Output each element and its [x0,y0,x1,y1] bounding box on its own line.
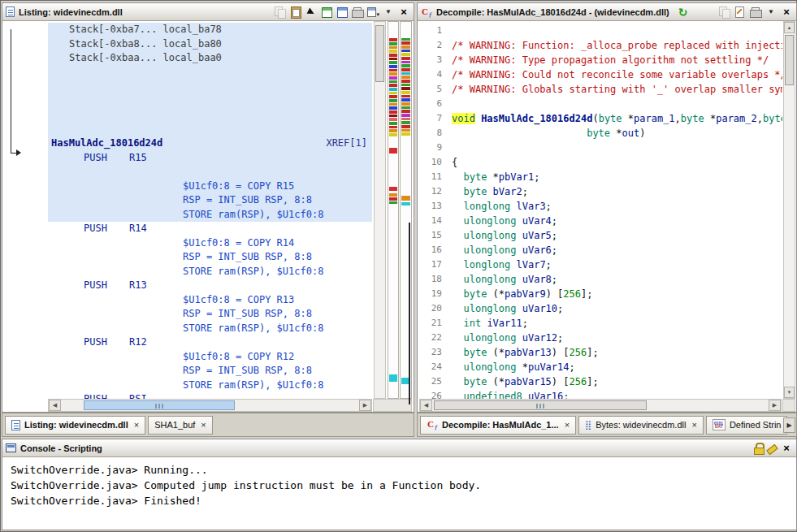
listing-content[interactable]: Stack[-0xba7... local_ba78Stack[-0xba8..… [48,21,372,399]
overview-marker[interactable] [401,91,410,94]
lock-icon[interactable] [753,443,764,454]
clear-console-icon[interactable] [766,443,778,454]
overview-marker[interactable] [389,118,397,121]
pcode-row[interactable]: STORE ram(RSP), $U1cf0:8 [48,265,372,279]
overview-marker[interactable] [401,95,410,97]
stack-variable-row[interactable]: Stack[-0xba8... local_ba80 [48,37,372,52]
code-line[interactable]: byte *out) [452,126,782,141]
overview-marker[interactable] [401,106,410,109]
overview-marker[interactable] [401,53,410,56]
overview-marker[interactable] [389,50,397,53]
overview-marker[interactable] [389,115,397,117]
edit-fields-icon[interactable] [320,6,333,18]
overview-marker[interactable] [389,201,397,204]
panel-menu-icon[interactable]: ▼ [382,6,395,18]
paste-icon[interactable] [289,6,302,18]
pcode-row[interactable]: STORE ram(RSP), $U1cf0:8 [48,378,372,393]
refresh-icon[interactable]: ↻ [677,6,690,18]
tab-scroll-right-icon[interactable]: ▶ [783,417,795,433]
decompile-hscroll-thumb[interactable] [434,400,647,410]
scroll-right-icon[interactable]: ▶ [359,400,371,411]
overview-marker[interactable] [389,72,397,76]
code-line[interactable]: byte (*pabVar13) [256]; [452,345,782,360]
overview-marker[interactable] [401,61,410,63]
overview-marker[interactable] [389,122,397,125]
overview-marker[interactable] [401,110,410,113]
decompile-vscroll-thumb[interactable] [785,35,794,85]
instruction-row[interactable]: PUSHR13 [48,279,372,293]
listing-vscroll-thumb[interactable] [375,25,384,82]
overview-marker[interactable] [401,76,410,79]
code-line[interactable]: /* WARNING: Could not reconcile some var… [452,67,782,82]
scroll-left-icon[interactable]: ◀ [420,400,432,411]
instruction-row[interactable]: PUSHR12 [48,335,372,350]
overview-marker[interactable] [401,125,410,128]
overview-marker[interactable] [389,197,397,201]
overview-marker[interactable] [389,92,397,94]
overview-marker[interactable] [389,110,397,114]
tab-close-icon[interactable]: × [691,420,696,430]
instruction-row[interactable]: PUSHR14 [48,222,372,236]
listing-hscrollbar[interactable]: ◀ ▶ [48,399,372,412]
overview-marker[interactable] [401,196,410,201]
overview-marker[interactable] [389,80,397,83]
console-close-icon[interactable]: × [780,442,793,454]
code-line[interactable]: ulonglong uVar4; [452,214,782,228]
pcode-row[interactable]: RSP = INT_SUB RSP, 8:8 [48,193,372,208]
overview-margin-1[interactable] [388,21,399,399]
code-line[interactable]: byte (*pabVar9) [256]; [452,287,782,301]
function-name[interactable]: HasMulAdc_18016d24d [51,137,162,149]
overview-marker[interactable] [389,88,397,91]
overview-marker[interactable] [389,95,397,98]
overview-marker[interactable] [401,202,410,205]
instruction-row[interactable]: PUSHRSI [48,392,372,399]
code-line[interactable]: ulonglong uVar6; [452,243,782,257]
overview-marker[interactable] [401,129,410,132]
code-line[interactable]: longlong lVar3; [452,199,782,214]
tab-close-icon[interactable]: × [134,420,139,430]
stack-variable-row[interactable]: Stack[-0xba7... local_ba78 [48,23,372,37]
code-line[interactable] [452,141,782,155]
overview-marker[interactable] [389,38,397,41]
code-line[interactable]: longlong lVar7; [452,257,782,272]
overview-marker[interactable] [401,121,410,124]
overview-marker[interactable] [389,58,397,60]
decompiled-code[interactable]: /* WARNING: Function: _alloca_probe repl… [452,24,782,399]
scroll-left-icon[interactable]: ◀ [49,400,61,411]
overview-marker[interactable] [389,148,397,154]
code-line[interactable]: /* WARNING: Globals starting with '_' ov… [452,82,782,97]
tab-decompile[interactable]: Decompile: HasMulAdc_1... × [420,416,576,435]
listing-vscrollbar[interactable] [374,21,386,399]
overview-marker[interactable] [389,193,397,197]
overview-marker[interactable] [401,87,410,90]
code-line[interactable]: ulonglong uVar5; [452,228,782,243]
overview-marker[interactable] [401,114,410,117]
code-line[interactable]: byte (*pabVar15) [256]; [452,374,782,389]
overview-marker[interactable] [389,126,397,128]
console-output[interactable]: SwitchOverride.java> Running...SwitchOve… [2,457,796,530]
code-line[interactable] [452,24,782,38]
tab-listing[interactable]: Listing: widevinecdm.dll × [5,416,145,435]
overview-marker[interactable] [401,80,410,83]
overview-marker[interactable] [389,187,397,191]
cursor-location-icon[interactable] [305,6,318,18]
pcode-row[interactable]: RSP = INT_SUB RSP, 8:8 [48,307,372,322]
diff-view-icon[interactable] [336,6,349,18]
overview-marker[interactable] [389,99,397,102]
snapshot-icon[interactable] [749,6,762,19]
pcode-row[interactable]: RSP = INT_SUB RSP, 8:8 [48,250,372,265]
overview-marker[interactable] [401,38,410,41]
overview-marker[interactable] [389,76,397,80]
overview-marker[interactable] [389,46,397,49]
overview-marker[interactable] [389,106,397,110]
overview-marker[interactable] [389,374,397,382]
overview-marker[interactable] [389,103,397,106]
tab-bytes[interactable]: ⣿ Bytes: widevinecdm.dll × [578,416,704,435]
pcode-row[interactable]: STORE ram(RSP), $U1cf0:8 [48,322,372,336]
stack-variable-row[interactable]: Stack[-0xbaa... local_baa0 [48,51,372,66]
listing-close-icon[interactable]: × [397,6,410,18]
overview-marker[interactable] [389,65,397,68]
overview-marker[interactable] [389,69,397,71]
overview-marker[interactable] [389,42,397,45]
xref-label[interactable]: XREF[1] [326,136,367,151]
